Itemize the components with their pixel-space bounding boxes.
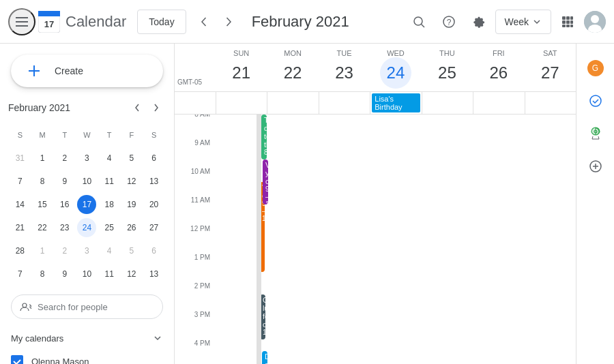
mini-cal-day[interactable]: 1 [32, 147, 53, 169]
mini-cal-day[interactable]: 28 [10, 240, 31, 262]
view-selector[interactable]: Week [495, 10, 551, 34]
help-button[interactable]: ? [435, 8, 463, 35]
mini-cal-day[interactable]: 10 [76, 170, 98, 192]
my-calendar-item[interactable]: Olenna Mason [0, 349, 174, 364]
day-number[interactable]: 26 [483, 57, 514, 89]
day-number[interactable]: 23 [329, 57, 360, 89]
svg-rect-13 [570, 16, 573, 20]
allday-cells: Lisa's Birthday [216, 92, 576, 114]
mini-cal-day[interactable]: 2 [54, 147, 75, 169]
view-label: Week [504, 16, 529, 27]
rp-check-button[interactable] [582, 87, 609, 115]
search-people[interactable]: Search for people [11, 294, 163, 319]
apps-button[interactable] [554, 8, 581, 35]
mini-cal-day[interactable]: 17 [76, 194, 98, 215]
time-label: 2 PM [175, 282, 216, 315]
svg-text:17: 17 [44, 19, 54, 29]
cal-header: GMT-05 SUN 21 MON 22 TUE 23 WED 24 THU 2… [175, 44, 576, 92]
mini-cal-day[interactable]: 5 [121, 240, 143, 262]
mini-cal-day[interactable]: 2 [54, 240, 75, 262]
mini-next-button[interactable] [147, 98, 166, 117]
mini-cal-day[interactable]: 6 [143, 147, 164, 169]
menu-button[interactable] [8, 8, 35, 35]
mini-cal-day[interactable]: 8 [32, 170, 53, 192]
day-number[interactable]: 21 [226, 57, 257, 89]
mini-cal-day[interactable]: 27 [143, 217, 164, 239]
mini-prev-button[interactable] [128, 98, 147, 117]
mini-cal-day[interactable]: 12 [121, 170, 143, 192]
mini-cal-day[interactable]: 23 [54, 217, 75, 239]
create-button[interactable]: Create [11, 55, 163, 87]
today-button[interactable]: Today [137, 10, 186, 34]
avatar[interactable] [584, 11, 606, 33]
mini-weekday-header: T [54, 124, 75, 146]
mini-cal-day[interactable]: 3 [76, 147, 98, 169]
day-column-header: SAT 27 [525, 44, 576, 91]
plus-icon [22, 59, 46, 83]
calendar-event[interactable]: Doctor's appoint 1:15 – 2:15pm [262, 351, 267, 365]
calendar-event[interactable]: Virtual yoga clas 9 – 10am [263, 160, 268, 204]
day-number[interactable]: 25 [431, 57, 463, 89]
mini-cal-day[interactable]: 3 [76, 240, 98, 262]
sidebar-toggle-button[interactable]: G [582, 55, 609, 82]
mini-cal-day[interactable]: 4 [99, 147, 120, 169]
mini-cal-day[interactable]: 1 [32, 240, 53, 262]
search-button[interactable] [405, 8, 433, 35]
mini-cal-day[interactable]: 21 [10, 217, 31, 239]
day-number[interactable]: 22 [277, 57, 308, 89]
day-number[interactable]: 24 [380, 57, 411, 89]
allday-event[interactable]: Lisa's Birthday [372, 93, 420, 112]
mini-cal-day[interactable]: 7 [10, 170, 31, 192]
app: 17 Calendar Today February 2021 ? [0, 0, 614, 364]
mini-cal-day[interactable]: 22 [32, 217, 53, 239]
mini-cal-day[interactable]: 11 [99, 263, 120, 285]
create-label: Create [55, 65, 83, 76]
mini-cal-day[interactable]: 10 [76, 263, 98, 285]
mini-cal-day[interactable]: 5 [121, 147, 143, 169]
svg-rect-11 [562, 16, 566, 20]
mini-cal-day[interactable]: 4 [99, 240, 120, 262]
mini-cal-day[interactable]: 9 [54, 263, 75, 285]
day-number[interactable]: 27 [534, 57, 566, 89]
mini-cal-day[interactable]: 31 [10, 147, 31, 169]
next-button[interactable] [216, 10, 241, 34]
svg-rect-18 [566, 25, 570, 27]
time-label: 11 AM [175, 196, 216, 229]
rp-map-button[interactable] [582, 120, 609, 147]
mini-cal-day[interactable]: 7 [10, 263, 31, 285]
mini-cal-day[interactable]: 20 [143, 194, 164, 215]
mini-cal-day[interactable]: 15 [32, 194, 53, 215]
my-calendars-header[interactable]: My calendars [0, 327, 174, 349]
allday-row: Lisa's Birthday [175, 92, 576, 115]
mini-cal-day[interactable]: 14 [10, 194, 31, 215]
my-calendars-list: Olenna Mason Birthdays Reminders Tasks [0, 349, 174, 364]
day-headers: SUN 21 MON 22 TUE 23 WED 24 THU 25 FRI 2… [216, 44, 576, 91]
day-name: TUE [319, 49, 370, 57]
mini-cal-day[interactable]: 12 [121, 263, 143, 285]
mini-cal-day[interactable]: 16 [54, 194, 75, 215]
svg-rect-17 [562, 25, 566, 27]
allday-cell [473, 92, 524, 114]
time-grid: 8 AM9 AM10 AM11 AM12 PM1 PM2 PM3 PM4 PM5… [175, 115, 576, 364]
sidebar: Create February 2021 [0, 44, 175, 364]
mini-cal-day[interactable]: 13 [143, 263, 164, 285]
top-bar: 17 Calendar Today February 2021 ? [0, 0, 614, 44]
mini-cal-day[interactable]: 6 [143, 240, 164, 262]
calendar-name: Olenna Mason [31, 357, 89, 365]
app-logo[interactable]: 17 Calendar [38, 11, 126, 33]
mini-cal-day[interactable]: 11 [99, 170, 120, 192]
mini-cal-day[interactable]: 9 [54, 170, 75, 192]
allday-cell [319, 92, 370, 114]
settings-button[interactable] [465, 8, 493, 35]
prev-button[interactable] [192, 10, 216, 34]
mini-cal-day[interactable]: 26 [121, 217, 143, 239]
mini-cal-day[interactable]: 25 [99, 217, 120, 239]
mini-cal-day[interactable]: 24 [76, 217, 98, 239]
mini-cal-day[interactable]: 18 [99, 194, 120, 215]
mini-weekday-header: S [10, 124, 31, 146]
mini-cal-day[interactable]: 8 [32, 263, 53, 285]
calendar-event[interactable]: Take dog to the 8 – 9am [261, 115, 267, 160]
mini-cal-day[interactable]: 19 [121, 194, 143, 215]
mini-cal-day[interactable]: 13 [143, 170, 164, 192]
rp-add-button[interactable] [582, 153, 609, 180]
